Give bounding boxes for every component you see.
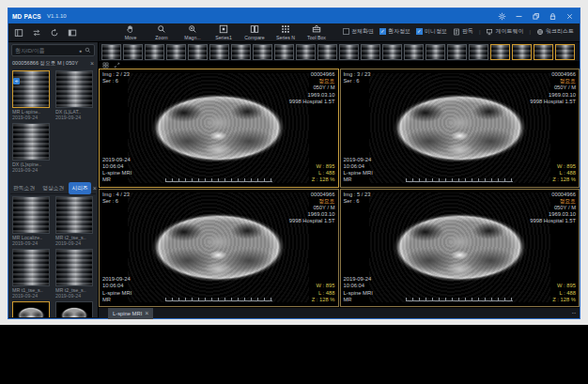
viewer-header	[102, 61, 120, 69]
checkbox-2[interactable]: ✓미니정보	[416, 27, 447, 36]
study-tab-close-icon[interactable]: ×	[145, 310, 148, 316]
window-value: W : 895	[312, 283, 335, 289]
study-tab[interactable]: L-spine MRI ×	[108, 308, 153, 319]
window-value: W : 895	[312, 163, 335, 170]
filmstrip-thumbnail[interactable]	[209, 44, 229, 60]
restore-icon[interactable]	[532, 12, 540, 21]
filmstrip-thumbnail[interactable]	[231, 44, 251, 60]
panel-icon[interactable]	[68, 28, 77, 38]
thumbnail-card[interactable]: DX (L)LAT..2019-09-24	[55, 70, 95, 120]
thumbnail-card[interactable]: MR t2_tse_s..2019-09-24	[55, 249, 95, 299]
checkbox-0[interactable]: 전체화면	[343, 27, 374, 36]
filmstrip-thumbnail[interactable]	[253, 44, 272, 60]
tool-zoom[interactable]: Zoom	[150, 24, 173, 40]
link-worklist[interactable]: 워크리스트	[536, 27, 574, 36]
tool-tool-box[interactable]: Tool Box	[305, 24, 328, 40]
filmstrip-thumbnail[interactable]	[101, 44, 121, 60]
patient-close-icon[interactable]: ×	[90, 60, 94, 67]
thumbnail-card[interactable]: MR Localize..2019-09-24	[12, 196, 52, 246]
overlay-window-level: W : 895L : 488Z : 128 %	[312, 283, 335, 303]
filmstrip-thumbnail[interactable]	[555, 44, 575, 60]
tool-move[interactable]: Move	[119, 24, 142, 40]
tag-icon	[13, 71, 20, 78]
thumbnail-card[interactable]: MR t1_tse_s..2019-09-24	[12, 249, 52, 299]
refresh-icon[interactable]	[50, 28, 59, 38]
close-icon[interactable]	[565, 12, 574, 21]
tool-compare[interactable]: Compare	[243, 24, 266, 40]
tool-series-1[interactable]: Series1	[212, 24, 235, 40]
filmstrip-thumbnail[interactable]	[123, 44, 143, 60]
sidebar-tab-2[interactable]: 시리즈	[69, 182, 90, 194]
tool-series-n[interactable]: Series N	[274, 24, 297, 40]
filmstrip-thumbnail[interactable]	[426, 44, 445, 60]
thumbnail-date: 2019-09-24	[55, 293, 95, 299]
link-report[interactable]: 판독	[453, 27, 473, 36]
overlay-patient-info: 00004966정요호050Y / M1969.03.109998 Hospit…	[530, 192, 576, 225]
tool-magnify[interactable]: Magn...	[181, 24, 204, 40]
modality: MR	[344, 177, 373, 183]
link-label: 워크리스트	[546, 27, 574, 36]
sidebar-tab-1[interactable]: 영상소견	[39, 182, 67, 194]
filmstrip-thumbnail[interactable]	[361, 44, 380, 60]
link-gateway[interactable]: 게이트웨이	[486, 27, 523, 36]
minimize-icon[interactable]	[515, 12, 523, 21]
series-thumbnail-list: MR Localize..2019-09-24MR t2_tse_s..2019…	[12, 196, 96, 317]
checkbox-1[interactable]: ✓환자정보	[379, 27, 410, 36]
layout-icon[interactable]	[14, 28, 23, 38]
study-tab-label: L-spine MRI	[113, 311, 142, 316]
sidebar-tab-0[interactable]: 판독소견	[10, 182, 38, 194]
filmstrip-thumbnail[interactable]	[145, 44, 164, 60]
filmstrip-thumbnail[interactable]	[382, 44, 402, 60]
patient-search-box: ●	[11, 44, 95, 56]
modality: MR	[102, 297, 132, 303]
window-controls	[498, 12, 576, 21]
hospital: 9998 Hospital 1.5T	[289, 99, 335, 105]
overlay-patient-info: 00004966정요호050Y / M1969.03.109998 Hospit…	[530, 71, 576, 105]
viewport-3[interactable]: Img : 4 / 23Ser : 600004966정요호050Y / M19…	[99, 189, 339, 308]
thumbnail-card[interactable]	[55, 301, 95, 317]
grid-layout-icon[interactable]	[102, 62, 109, 69]
patient-summary: 000056866 정요호 M | 050Y	[12, 60, 78, 68]
study-time: 10:06:04	[102, 163, 132, 170]
patient-search-input[interactable]	[15, 48, 79, 54]
filmstrip-thumbnail[interactable]	[188, 44, 208, 60]
expand-icon[interactable]	[114, 62, 120, 69]
search-icon[interactable]	[85, 47, 91, 54]
level-value: L : 488	[552, 290, 576, 297]
mri-image	[128, 73, 309, 183]
patient-group-header: 000056866 정요호 M | 050Y ×	[8, 58, 98, 69]
thumbnail-card[interactable]: MR t2_tse_s..2019-09-24	[55, 196, 95, 246]
filmstrip-thumbnail[interactable]	[404, 44, 424, 60]
compare-icon	[250, 24, 259, 34]
filmstrip-thumbnail[interactable]	[490, 44, 510, 60]
viewer-area: Img : 2 / 23Ser : 600004966정요호050Y / M19…	[99, 61, 580, 307]
filmstrip-thumbnail[interactable]	[339, 44, 359, 60]
tabs-close-icon[interactable]: ×	[93, 185, 97, 192]
settings-icon[interactable]	[498, 12, 506, 21]
filmstrip-thumbnail[interactable]	[512, 44, 532, 60]
thumbnail-card[interactable]	[12, 301, 52, 317]
filmstrip-thumbnail[interactable]	[166, 44, 186, 60]
filmstrip-thumbnail[interactable]	[296, 44, 316, 60]
worklist-icon	[536, 28, 544, 36]
thumbnail-image	[55, 196, 93, 234]
link-label: 판독	[462, 27, 473, 36]
scale-ruler	[165, 178, 272, 182]
thumbnail-card[interactable]: DX (L)spine..2019-09-24	[12, 123, 52, 173]
thumbnail-card[interactable]: MR L-spine..2019-09-24	[12, 70, 52, 120]
search-option-icon[interactable]: ●	[79, 48, 82, 54]
filmstrip-thumbnail[interactable]	[534, 44, 553, 60]
filmstrip-thumbnail[interactable]	[274, 44, 294, 60]
sidebar-tabs: 판독소견영상소견시리즈×	[10, 182, 96, 194]
viewport-2[interactable]: Img : 3 / 23Ser : 600004966정요호050Y / M19…	[340, 69, 580, 188]
checkbox-icon: ✓	[379, 28, 386, 35]
lock-icon[interactable]	[549, 12, 557, 21]
viewport-1[interactable]: Img : 2 / 23Ser : 600004966정요호050Y / M19…	[99, 69, 339, 188]
study-time: 10:06:04	[102, 283, 132, 289]
filmstrip-thumbnail[interactable]	[317, 44, 337, 60]
viewport-4[interactable]: Img : 5 / 23Ser : 600004966정요호050Y / M19…	[340, 189, 580, 308]
filmstrip-thumbnail[interactable]	[469, 44, 488, 60]
filmstrip-thumbnail[interactable]	[447, 44, 467, 60]
tool-label: Magn...	[184, 35, 200, 40]
swap-icon[interactable]	[32, 28, 41, 38]
